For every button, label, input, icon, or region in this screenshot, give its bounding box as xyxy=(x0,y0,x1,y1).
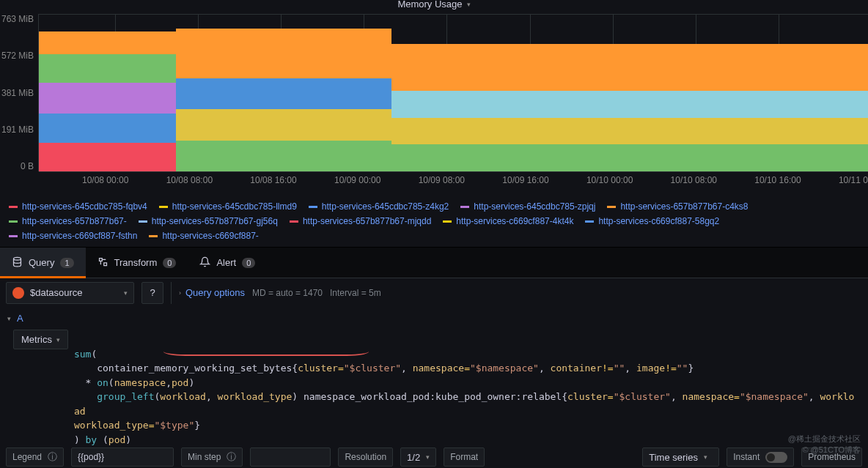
metrics-label: Metrics xyxy=(21,334,52,345)
legend-item[interactable]: http-services-c669cf887-4kt4k xyxy=(443,216,573,226)
resolution-control[interactable]: Resolution xyxy=(338,447,393,467)
stack-segment xyxy=(39,143,176,171)
bell-icon xyxy=(199,256,210,270)
stack-segment xyxy=(39,114,176,142)
legend-item[interactable]: http-services-657b877b67-mjqdd xyxy=(290,216,431,226)
legend-swatch-icon xyxy=(309,206,317,208)
legend-label: http-services-657b877b67-c4ks8 xyxy=(620,201,748,212)
legend-item[interactable]: http-services-c669cf887-58gq2 xyxy=(585,216,719,226)
legend-item[interactable]: http-services-657b877b67-gj56q xyxy=(139,216,278,226)
min-step-input-wrap xyxy=(250,447,331,467)
legend-item[interactable]: http-services-645cdbc785-zpjqj xyxy=(460,201,595,212)
x-tick: 10/10 08:00 xyxy=(671,175,717,185)
stack-segment xyxy=(39,54,176,83)
stack-segment xyxy=(39,83,176,114)
stack-segment xyxy=(391,91,868,118)
minstep-label: Min step xyxy=(188,452,221,462)
legend-swatch-icon xyxy=(149,235,158,237)
tab-transform[interactable]: Transform 0 xyxy=(86,248,188,278)
y-tick: 381 MiB xyxy=(0,88,37,98)
legend-label: http-services-c669cf887- xyxy=(162,231,258,241)
tab-query[interactable]: Query 1 xyxy=(0,248,86,278)
metrics-browser-button[interactable]: Metrics ▾ xyxy=(13,330,68,349)
md-info: MD = auto = 1470 xyxy=(252,288,323,298)
tab-label: Transform xyxy=(114,257,158,268)
chevron-down-icon: ▾ xyxy=(7,315,11,322)
legend-label: http-services-645cdbc785-llmd9 xyxy=(172,201,297,212)
query-options-toggle[interactable]: › Query options xyxy=(179,287,245,298)
min-step-control[interactable]: Min step ⓘ xyxy=(181,447,243,467)
format-select[interactable]: Time series ▾ xyxy=(642,447,719,467)
x-tick: 10/08 08:00 xyxy=(166,175,213,185)
chevron-down-icon: ▾ xyxy=(56,336,60,343)
tab-badge: 1 xyxy=(60,258,73,268)
info-icon: ⓘ xyxy=(227,450,236,464)
legend-label: http-services-c669cf887-4kt4k xyxy=(456,216,573,226)
legend-swatch-icon xyxy=(290,220,298,223)
legend-item[interactable]: http-services-645cdbc785-llmd9 xyxy=(159,201,297,212)
legend-item[interactable]: http-services-c669cf887- xyxy=(149,231,258,241)
transform-icon xyxy=(98,256,108,270)
x-tick: 10/10 16:00 xyxy=(754,175,801,185)
stack-segment xyxy=(176,78,391,109)
y-axis: 763 MiB 572 MiB 381 MiB 191 MiB 0 B xyxy=(0,14,37,171)
x-tick: 10/08 00:00 xyxy=(82,175,128,185)
y-tick: 763 MiB xyxy=(0,14,37,24)
stack-segment xyxy=(391,44,868,92)
plot-area[interactable] xyxy=(38,14,868,171)
svg-point-0 xyxy=(14,257,21,260)
legend-item[interactable]: http-services-645cdbc785-z4kg2 xyxy=(309,201,449,212)
min-step-input[interactable] xyxy=(257,452,330,462)
chevron-right-icon: › xyxy=(179,289,181,297)
legend-format-input-wrap xyxy=(71,447,174,467)
tab-alert[interactable]: Alert 0 xyxy=(188,248,267,278)
stack-segment xyxy=(176,29,391,78)
legend-swatch-icon xyxy=(443,220,452,223)
legend-item[interactable]: http-services-657b877b67-c4ks8 xyxy=(607,201,748,212)
memory-usage-chart[interactable]: 763 MiB 572 MiB 381 MiB 191 MiB 0 B 10/0… xyxy=(0,14,868,197)
query-options-row: $datasource ▾ ? › Query options MD = aut… xyxy=(0,278,868,307)
x-tick: 10/09 16:00 xyxy=(502,175,548,185)
chevron-down-icon: ▾ xyxy=(426,453,430,461)
resolution-select[interactable]: 1/2 ▾ xyxy=(400,447,436,467)
x-axis: 10/08 00:00 10/08 08:00 10/08 16:00 10/0… xyxy=(38,175,868,185)
legend-item[interactable]: http-services-c669cf887-fsthn xyxy=(9,231,137,241)
question-icon: ? xyxy=(150,287,155,298)
prometheus-icon xyxy=(12,287,24,299)
tab-label: Query xyxy=(29,257,54,268)
y-tick: 191 MiB xyxy=(0,125,37,135)
legend-label: http-services-657b877b67-mjqdd xyxy=(303,216,431,226)
legend-swatch-icon xyxy=(9,220,18,223)
query-row-header[interactable]: ▾ A xyxy=(0,307,868,330)
legend-format-input[interactable] xyxy=(78,452,151,462)
chevron-down-icon: ▾ xyxy=(124,289,128,297)
editor-tabs: Query 1 Transform 0 Alert 0 xyxy=(0,247,868,278)
legend-label: http-services-645cdbc785-zpjqj xyxy=(474,201,595,212)
x-tick: 10/09 08:00 xyxy=(419,175,465,185)
instant-toggle-control[interactable]: Instant xyxy=(727,447,794,467)
watermark: @稀土掘金技术社区 © @51CTO博客 xyxy=(788,434,861,455)
legend-format-control[interactable]: Legend ⓘ xyxy=(6,447,64,467)
legend-label: http-services-657b877b67-gj56q xyxy=(152,216,278,226)
datasource-picker[interactable]: $datasource ▾ xyxy=(6,282,134,304)
toggle-switch[interactable] xyxy=(765,452,787,463)
stack-segment xyxy=(391,144,868,171)
chevron-down-icon: ▾ xyxy=(704,453,707,461)
legend-item[interactable]: http-services-645cdbc785-fqbv4 xyxy=(9,201,147,212)
x-tick: 10/10 00:00 xyxy=(586,175,633,185)
datasource-help-button[interactable]: ? xyxy=(141,282,163,304)
legend-label: Legend xyxy=(12,452,42,462)
legend-label: http-services-c669cf887-fsthn xyxy=(22,231,137,241)
query-body: ▾ A Metrics ▾ sum( container_memory_work… xyxy=(0,307,868,450)
legend-swatch-icon xyxy=(585,220,594,223)
legend-item[interactable]: http-services-657b877b67- xyxy=(9,216,127,226)
legend-swatch-icon xyxy=(9,235,18,237)
promql-editor[interactable]: sum( container_memory_working_set_bytes{… xyxy=(68,330,868,450)
format-control[interactable]: Format xyxy=(444,447,485,467)
legend-swatch-icon xyxy=(460,206,469,208)
stack-segment xyxy=(176,141,391,171)
panel-title[interactable]: Memory Usage ▾ xyxy=(0,0,868,11)
resolution-label: Resolution xyxy=(345,452,386,462)
x-tick: 10/08 16:00 xyxy=(250,175,296,185)
chevron-down-icon: ▾ xyxy=(467,1,471,8)
